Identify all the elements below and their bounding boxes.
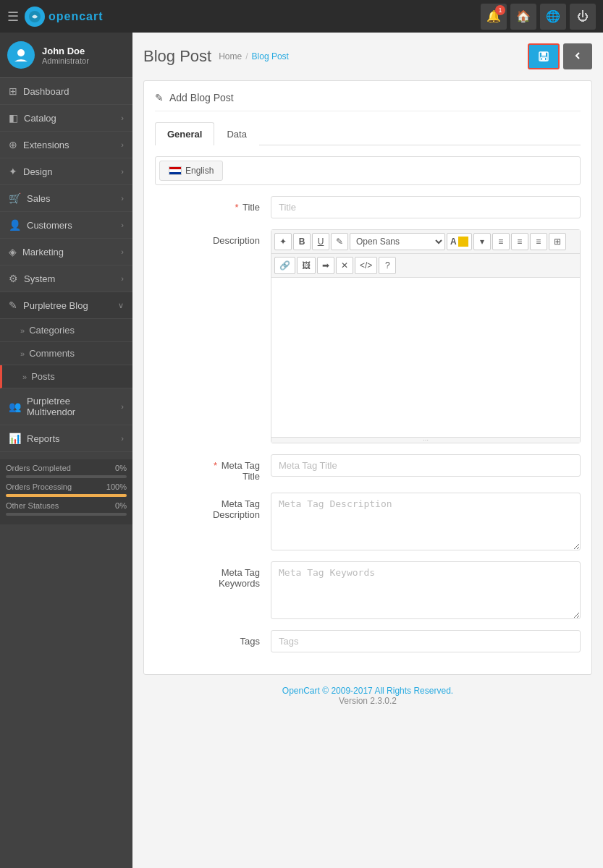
- title-input[interactable]: [271, 196, 581, 218]
- sidebar-item-marketing[interactable]: ◈ Marketing ›: [0, 239, 132, 265]
- editor-btn-color-dropdown[interactable]: ▾: [473, 233, 491, 250]
- sidebar-item-system[interactable]: ⚙ System ›: [0, 265, 132, 292]
- sidebar-label-customers: Customers: [27, 220, 72, 231]
- logo-area: opencart: [25, 7, 104, 27]
- lang-tab-english[interactable]: English: [159, 161, 223, 181]
- customers-icon: 👤: [9, 219, 21, 231]
- sidebar-item-customers[interactable]: 👤 Customers ›: [0, 212, 132, 239]
- breadcrumb-current: Blog Post: [252, 51, 289, 61]
- page-title-area: Blog Post Home / Blog Post: [143, 47, 289, 66]
- editor-btn-magic[interactable]: ✦: [274, 233, 292, 250]
- sidebar: John Doe Administrator ⊞ Dashboard ◧ Cat…: [0, 33, 132, 868]
- sidebar-label-system: System: [24, 273, 55, 284]
- meta-tag-desc-label-text: Meta TagDescription: [213, 498, 260, 520]
- editor-btn-underline[interactable]: U: [312, 233, 329, 250]
- svg-rect-5: [542, 58, 545, 60]
- editor-btn-align[interactable]: ≡: [530, 233, 547, 250]
- stat-orders-processing: Orders Processing 100%: [6, 482, 127, 491]
- footer-link[interactable]: OpenCart © 2009-2017 All Rights Reserved…: [282, 686, 453, 696]
- breadcrumb: Home / Blog Post: [219, 51, 289, 61]
- sidebar-item-reports[interactable]: 📊 Reports ›: [0, 425, 132, 452]
- hamburger-icon[interactable]: ☰: [7, 9, 19, 25]
- section-title-text: Add Blog Post: [169, 92, 234, 103]
- system-icon: ⚙: [9, 273, 18, 284]
- editor-body[interactable]: [271, 278, 580, 437]
- sidebar-item-dashboard[interactable]: ⊞ Dashboard: [0, 78, 132, 105]
- tags-input[interactable]: [271, 630, 581, 652]
- editor-btn-bold[interactable]: B: [293, 233, 311, 250]
- catalog-arrow-icon: ›: [121, 114, 124, 122]
- stat-completed-value: 0%: [115, 464, 127, 472]
- stat-completed-label: Orders Completed: [6, 464, 71, 472]
- home-button[interactable]: 🏠: [510, 4, 536, 30]
- editor-btn-unordered-list[interactable]: ≡: [492, 233, 510, 250]
- sidebar-item-posts[interactable]: » Posts: [0, 365, 132, 388]
- meta-tag-desc-input[interactable]: [271, 493, 581, 550]
- breadcrumb-home: Home: [219, 51, 242, 61]
- tab-general[interactable]: General: [155, 122, 214, 145]
- main-card: ✎ Add Blog Post General Data English: [143, 80, 592, 675]
- tags-field-group: Tags: [155, 630, 581, 652]
- sidebar-item-purpletree-blog[interactable]: ✎ Purpletree Blog ∨: [0, 292, 132, 319]
- sidebar-item-comments[interactable]: » Comments: [0, 342, 132, 365]
- meta-tag-title-label-text: Meta TagTitle: [222, 460, 260, 482]
- editor-toolbar-row2: 🔗 🖼 ➡ ✕ </> ?: [271, 254, 580, 278]
- sidebar-item-catalog[interactable]: ◧ Catalog ›: [0, 105, 132, 132]
- footer: OpenCart © 2009-2017 All Rights Reserved…: [143, 675, 592, 717]
- editor-btn-help[interactable]: ?: [379, 257, 396, 274]
- navbar-right: 🔔 1 🏠 🌐 ⏻: [481, 4, 596, 30]
- editor-btn-media[interactable]: ➡: [317, 257, 334, 274]
- editor-btn-source[interactable]: </>: [355, 257, 377, 274]
- tags-label-text: Tags: [240, 636, 260, 647]
- sidebar-label-extensions: Extensions: [23, 140, 69, 150]
- user-section: John Doe Administrator: [0, 33, 132, 78]
- notifications-button[interactable]: 🔔 1: [481, 4, 507, 30]
- user-name: John Doe: [42, 46, 125, 56]
- editor-color-btn[interactable]: A: [447, 233, 472, 250]
- multivendor-icon: 👥: [9, 401, 21, 412]
- meta-tag-desc-label: Meta TagDescription: [155, 493, 271, 520]
- title-label: * Title: [155, 196, 271, 213]
- sidebar-item-multivendor[interactable]: 👥 Purpletree Multivendor ›: [0, 388, 132, 425]
- description-label: Description: [155, 229, 271, 246]
- logout-button[interactable]: ⏻: [570, 4, 596, 30]
- back-button[interactable]: [563, 43, 592, 69]
- avatar: [7, 41, 35, 69]
- marketing-arrow-icon: ›: [121, 247, 124, 256]
- tab-general-label: General: [167, 129, 202, 140]
- save-button[interactable]: [528, 43, 560, 69]
- editor-btn-ordered-list[interactable]: ≡: [511, 233, 528, 250]
- meta-tag-title-label: * Meta TagTitle: [155, 454, 271, 482]
- meta-tag-keywords-input[interactable]: [271, 561, 581, 619]
- sidebar-label-marketing: Marketing: [22, 247, 64, 258]
- stat-other-statuses: Other Statuses 0%: [6, 501, 127, 510]
- editor-btn-image[interactable]: 🖼: [297, 257, 316, 274]
- sidebar-item-categories[interactable]: » Categories: [0, 319, 132, 342]
- sidebar-item-design[interactable]: ✦ Design ›: [0, 158, 132, 185]
- tab-data[interactable]: Data: [214, 122, 258, 145]
- editor-btn-remove-format[interactable]: ✕: [336, 257, 353, 274]
- editor-btn-table[interactable]: ⊞: [549, 233, 566, 250]
- editor-font-family-select[interactable]: Open Sans Arial Times New Roman: [350, 233, 445, 250]
- sidebar-label-comments: Comments: [29, 348, 75, 359]
- notification-badge: 1: [495, 5, 505, 15]
- stat-processing-value: 100%: [106, 482, 127, 491]
- sidebar-item-extensions[interactable]: ⊕ Extensions ›: [0, 132, 132, 158]
- editor-btn-link[interactable]: 🔗: [274, 257, 295, 274]
- meta-tag-keywords-group: Meta TagKeywords: [155, 561, 581, 619]
- title-field-group: * Title: [155, 196, 581, 218]
- logo-icon: [25, 7, 45, 27]
- globe-button[interactable]: 🌐: [540, 4, 566, 30]
- title-label-text: Title: [243, 202, 260, 213]
- sidebar-label-categories: Categories: [29, 325, 75, 336]
- description-label-text: Description: [213, 235, 260, 246]
- categories-dot-icon: »: [20, 326, 25, 335]
- editor-btn-pen[interactable]: ✎: [331, 233, 348, 250]
- multivendor-arrow-icon: ›: [121, 402, 124, 411]
- sidebar-item-sales[interactable]: 🛒 Sales ›: [0, 185, 132, 212]
- sales-icon: 🛒: [9, 192, 21, 204]
- action-buttons: [528, 43, 592, 69]
- meta-tag-title-input[interactable]: [271, 454, 581, 477]
- toolbar-row-2: 🔗 🖼 ➡ ✕ </> ?: [274, 257, 396, 274]
- editor-resize-handle[interactable]: ⋯: [271, 437, 580, 443]
